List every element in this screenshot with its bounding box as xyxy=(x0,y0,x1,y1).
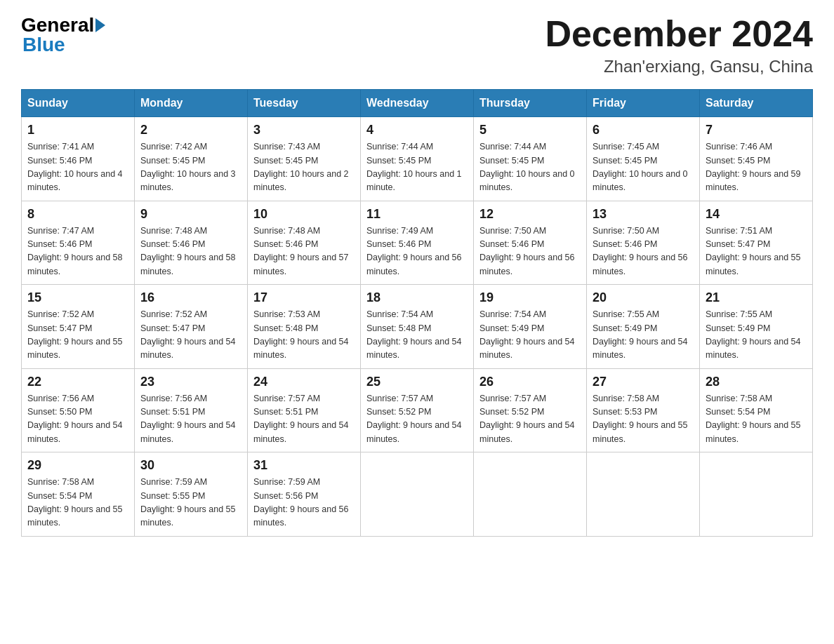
header-sunday: Sunday xyxy=(22,90,135,117)
day-info: Sunrise: 7:45 AMSunset: 5:45 PMDaylight:… xyxy=(593,142,688,192)
logo-arrow-icon xyxy=(95,18,105,32)
calendar-cell: 31 Sunrise: 7:59 AMSunset: 5:56 PMDaylig… xyxy=(248,452,361,537)
day-info: Sunrise: 7:42 AMSunset: 5:45 PMDaylight:… xyxy=(140,142,236,192)
day-info: Sunrise: 7:52 AMSunset: 5:47 PMDaylight:… xyxy=(27,309,123,360)
calendar-cell: 19 Sunrise: 7:54 AMSunset: 5:49 PMDaylig… xyxy=(474,285,587,369)
calendar-table: SundayMondayTuesdayWednesdayThursdayFrid… xyxy=(21,89,813,537)
day-number: 19 xyxy=(479,290,581,305)
calendar-cell xyxy=(700,452,813,537)
day-number: 13 xyxy=(593,207,694,222)
day-info: Sunrise: 7:54 AMSunset: 5:49 PMDaylight:… xyxy=(479,309,575,360)
day-number: 30 xyxy=(140,458,241,473)
day-info: Sunrise: 7:58 AMSunset: 5:53 PMDaylight:… xyxy=(593,394,688,444)
day-number: 16 xyxy=(140,290,241,305)
calendar-cell: 7 Sunrise: 7:46 AMSunset: 5:45 PMDayligh… xyxy=(700,117,813,201)
calendar-cell: 9 Sunrise: 7:48 AMSunset: 5:46 PMDayligh… xyxy=(135,201,248,285)
calendar-cell: 5 Sunrise: 7:44 AMSunset: 5:45 PMDayligh… xyxy=(474,117,587,201)
day-info: Sunrise: 7:56 AMSunset: 5:51 PMDaylight:… xyxy=(140,394,236,444)
calendar-cell xyxy=(587,452,700,537)
day-number: 9 xyxy=(140,207,241,222)
header-thursday: Thursday xyxy=(474,90,587,117)
day-info: Sunrise: 7:47 AMSunset: 5:46 PMDaylight:… xyxy=(27,226,123,276)
calendar-cell: 21 Sunrise: 7:55 AMSunset: 5:49 PMDaylig… xyxy=(700,285,813,369)
calendar-cell: 24 Sunrise: 7:57 AMSunset: 5:51 PMDaylig… xyxy=(248,368,361,452)
day-number: 15 xyxy=(27,290,128,305)
day-info: Sunrise: 7:43 AMSunset: 5:45 PMDaylight:… xyxy=(253,142,349,192)
day-number: 25 xyxy=(366,375,468,389)
day-info: Sunrise: 7:41 AMSunset: 5:46 PMDaylight:… xyxy=(27,142,123,192)
calendar-week-3: 15 Sunrise: 7:52 AMSunset: 5:47 PMDaylig… xyxy=(22,285,813,369)
day-number: 4 xyxy=(366,123,468,137)
header-wednesday: Wednesday xyxy=(361,90,474,117)
day-number: 10 xyxy=(253,207,355,222)
day-info: Sunrise: 7:50 AMSunset: 5:46 PMDaylight:… xyxy=(479,226,575,276)
day-info: Sunrise: 7:48 AMSunset: 5:46 PMDaylight:… xyxy=(140,226,236,276)
calendar-cell: 20 Sunrise: 7:55 AMSunset: 5:49 PMDaylig… xyxy=(587,285,700,369)
day-number: 18 xyxy=(366,290,468,305)
day-info: Sunrise: 7:54 AMSunset: 5:48 PMDaylight:… xyxy=(366,309,462,360)
calendar-week-1: 1 Sunrise: 7:41 AMSunset: 5:46 PMDayligh… xyxy=(22,117,813,201)
calendar-cell: 6 Sunrise: 7:45 AMSunset: 5:45 PMDayligh… xyxy=(587,117,700,201)
calendar-cell: 11 Sunrise: 7:49 AMSunset: 5:46 PMDaylig… xyxy=(361,201,474,285)
calendar-cell: 22 Sunrise: 7:56 AMSunset: 5:50 PMDaylig… xyxy=(22,368,135,452)
calendar-cell: 13 Sunrise: 7:50 AMSunset: 5:46 PMDaylig… xyxy=(587,201,700,285)
header-monday: Monday xyxy=(135,90,248,117)
title-area: December 2024 Zhan'erxiang, Gansu, China xyxy=(545,14,813,76)
day-info: Sunrise: 7:55 AMSunset: 5:49 PMDaylight:… xyxy=(593,309,688,360)
day-info: Sunrise: 7:58 AMSunset: 5:54 PMDaylight:… xyxy=(27,477,123,528)
day-info: Sunrise: 7:55 AMSunset: 5:49 PMDaylight:… xyxy=(706,309,801,360)
day-info: Sunrise: 7:48 AMSunset: 5:46 PMDaylight:… xyxy=(253,226,349,276)
calendar-cell xyxy=(474,452,587,537)
calendar-cell: 23 Sunrise: 7:56 AMSunset: 5:51 PMDaylig… xyxy=(135,368,248,452)
location-title: Zhan'erxiang, Gansu, China xyxy=(545,57,813,76)
day-info: Sunrise: 7:59 AMSunset: 5:56 PMDaylight:… xyxy=(253,477,349,528)
header-saturday: Saturday xyxy=(700,90,813,117)
day-number: 23 xyxy=(140,375,241,389)
day-number: 31 xyxy=(253,458,355,473)
logo: General Blue xyxy=(21,14,107,56)
calendar-cell: 30 Sunrise: 7:59 AMSunset: 5:55 PMDaylig… xyxy=(135,452,248,537)
calendar-cell: 10 Sunrise: 7:48 AMSunset: 5:46 PMDaylig… xyxy=(248,201,361,285)
day-info: Sunrise: 7:57 AMSunset: 5:52 PMDaylight:… xyxy=(366,394,462,444)
calendar-cell: 17 Sunrise: 7:53 AMSunset: 5:48 PMDaylig… xyxy=(248,285,361,369)
day-number: 14 xyxy=(706,207,807,222)
day-info: Sunrise: 7:58 AMSunset: 5:54 PMDaylight:… xyxy=(706,394,801,444)
day-number: 22 xyxy=(27,375,128,389)
calendar-header-row: SundayMondayTuesdayWednesdayThursdayFrid… xyxy=(22,90,813,117)
logo-blue-text: Blue xyxy=(22,34,65,56)
day-number: 29 xyxy=(27,458,128,473)
day-info: Sunrise: 7:56 AMSunset: 5:50 PMDaylight:… xyxy=(27,394,123,444)
calendar-cell xyxy=(361,452,474,537)
day-number: 2 xyxy=(140,123,241,137)
day-info: Sunrise: 7:52 AMSunset: 5:47 PMDaylight:… xyxy=(140,309,236,360)
day-number: 7 xyxy=(706,123,807,137)
calendar-cell: 2 Sunrise: 7:42 AMSunset: 5:45 PMDayligh… xyxy=(135,117,248,201)
calendar-cell: 29 Sunrise: 7:58 AMSunset: 5:54 PMDaylig… xyxy=(22,452,135,537)
day-number: 28 xyxy=(706,375,807,389)
day-number: 11 xyxy=(366,207,468,222)
calendar-cell: 26 Sunrise: 7:57 AMSunset: 5:52 PMDaylig… xyxy=(474,368,587,452)
calendar-cell: 25 Sunrise: 7:57 AMSunset: 5:52 PMDaylig… xyxy=(361,368,474,452)
calendar-cell: 16 Sunrise: 7:52 AMSunset: 5:47 PMDaylig… xyxy=(135,285,248,369)
header-friday: Friday xyxy=(587,90,700,117)
day-number: 17 xyxy=(253,290,355,305)
day-number: 8 xyxy=(27,207,128,222)
calendar-cell: 1 Sunrise: 7:41 AMSunset: 5:46 PMDayligh… xyxy=(22,117,135,201)
calendar-cell: 12 Sunrise: 7:50 AMSunset: 5:46 PMDaylig… xyxy=(474,201,587,285)
calendar-week-5: 29 Sunrise: 7:58 AMSunset: 5:54 PMDaylig… xyxy=(22,452,813,537)
day-info: Sunrise: 7:50 AMSunset: 5:46 PMDaylight:… xyxy=(593,226,688,276)
calendar-cell: 3 Sunrise: 7:43 AMSunset: 5:45 PMDayligh… xyxy=(248,117,361,201)
calendar-cell: 8 Sunrise: 7:47 AMSunset: 5:46 PMDayligh… xyxy=(22,201,135,285)
day-info: Sunrise: 7:44 AMSunset: 5:45 PMDaylight:… xyxy=(479,142,575,192)
header-tuesday: Tuesday xyxy=(248,90,361,117)
day-number: 6 xyxy=(593,123,694,137)
day-number: 21 xyxy=(706,290,807,305)
month-title: December 2024 xyxy=(545,14,813,54)
day-info: Sunrise: 7:53 AMSunset: 5:48 PMDaylight:… xyxy=(253,309,349,360)
day-number: 27 xyxy=(593,375,694,389)
calendar-week-4: 22 Sunrise: 7:56 AMSunset: 5:50 PMDaylig… xyxy=(22,368,813,452)
day-number: 24 xyxy=(253,375,355,389)
day-info: Sunrise: 7:59 AMSunset: 5:55 PMDaylight:… xyxy=(140,477,236,528)
day-info: Sunrise: 7:57 AMSunset: 5:51 PMDaylight:… xyxy=(253,394,349,444)
day-number: 26 xyxy=(479,375,581,389)
